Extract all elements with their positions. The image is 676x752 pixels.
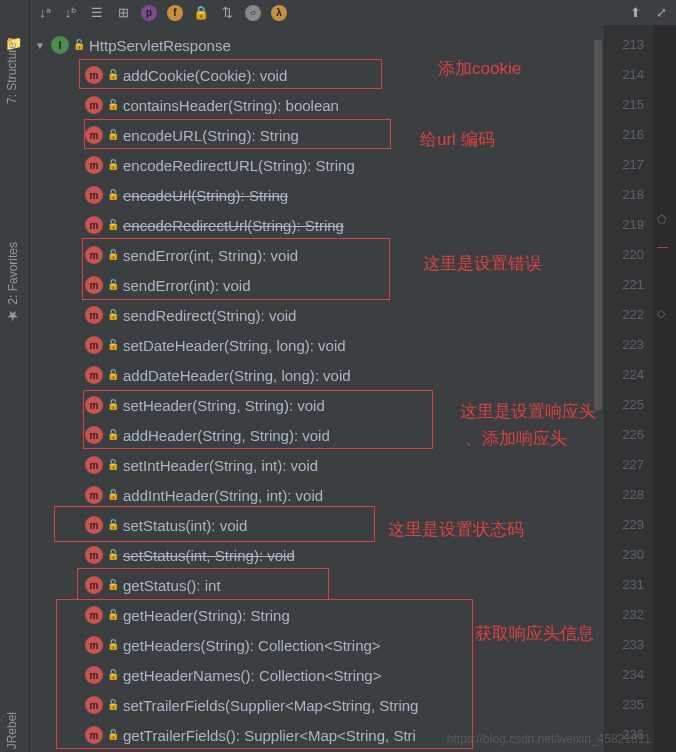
unlock-icon: 🔓 [107,489,119,501]
method-item[interactable]: m🔓setHeader(String, String): void [30,390,604,420]
unlock-icon: 🔓 [107,639,119,651]
unlock-icon: 🔓 [107,429,119,441]
unlock-icon: 🔓 [107,579,119,591]
unlock-icon: 🔓 [107,309,119,321]
unlock-icon: 🔓 [107,189,119,201]
method-item[interactable]: m🔓encodeURL(String): String [30,120,604,150]
bookmark-marker[interactable]: ⬠ [657,213,671,226]
method-item[interactable]: m🔓getStatus(): int [30,570,604,600]
method-icon: m [85,636,103,654]
method-signature: addHeader(String, String): void [123,427,330,444]
structure-toolbar: ↓ᵃ ↓ᵇ ☰ ⊞ p f 🔒 ⇅ ○ λ ⬆ ⤢ [30,0,676,25]
lambda-icon[interactable]: λ [269,3,289,23]
f-icon[interactable]: f [165,3,185,23]
lock-icon[interactable]: 🔒 [191,3,211,23]
tool-window-tabs: 📁 7: Structure ★ 2: Favorites JRebel [0,0,30,752]
filter-icon[interactable]: ☰ [87,3,107,23]
unlock-icon: 🔓 [107,549,119,561]
line-number: 219 [605,210,654,240]
method-signature: addDateHeader(String, long): void [123,367,351,384]
method-signature: addIntHeader(String, int): void [123,487,323,504]
method-item[interactable]: m🔓encodeRedirectURL(String): String [30,150,604,180]
unlock-icon: 🔓 [107,129,119,141]
method-item[interactable]: m🔓setStatus(int): void [30,510,604,540]
line-number: 218 [605,180,654,210]
sort3-icon[interactable]: ⇅ [217,3,237,23]
method-icon: m [85,426,103,444]
method-icon: m [85,696,103,714]
method-item[interactable]: m🔓sendError(int): void [30,270,604,300]
editor-marker-strip: ⬠ — ◇ [654,25,676,752]
lock-icon: 🔓 [73,39,85,51]
method-icon: m [85,126,103,144]
method-item[interactable]: m🔓setTrailerFields(Supplier<Map<String, … [30,690,604,720]
method-icon: m [85,666,103,684]
structure-panel: ▼ I 🔓 HttpServletResponse m🔓addCookie(Co… [30,25,604,752]
unlock-icon: 🔓 [107,729,119,741]
method-signature: encodeURL(String): String [123,127,299,144]
unlock-icon: 🔓 [107,279,119,291]
method-signature: encodeUrl(String): String [123,187,288,204]
method-item[interactable]: m🔓sendRedirect(String): void [30,300,604,330]
sort-icon[interactable]: ↓ᵃ [35,3,55,23]
line-number: 234 [605,660,654,690]
method-item[interactable]: m🔓sendError(int, String): void [30,240,604,270]
chevron-down-icon[interactable]: ▼ [35,40,47,51]
method-icon: m [85,306,103,324]
line-number: 222 [605,300,654,330]
method-item[interactable]: m🔓setDateHeader(String, long): void [30,330,604,360]
method-item[interactable]: m🔓addIntHeader(String, int): void [30,480,604,510]
method-item[interactable]: m🔓encodeRedirectUrl(String): String [30,210,604,240]
method-item[interactable]: m🔓getHeaders(String): Collection<String> [30,630,604,660]
method-signature: getHeader(String): String [123,607,290,624]
collapse-icon[interactable]: ⤢ [651,3,671,23]
method-signature: setStatus(int, String): void [123,547,295,564]
method-item[interactable]: m🔓setStatus(int, String): void [30,540,604,570]
method-item[interactable]: m🔓containsHeader(String): boolean [30,90,604,120]
method-signature: setStatus(int): void [123,517,247,534]
method-icon: m [85,726,103,744]
unlock-icon: 🔓 [107,99,119,111]
method-item[interactable]: m🔓addDateHeader(String, long): void [30,360,604,390]
method-signature: setIntHeader(String, int): void [123,457,318,474]
main-area: ▼ I 🔓 HttpServletResponse m🔓addCookie(Co… [30,25,676,752]
unlock-icon: 🔓 [107,249,119,261]
tab-favorites[interactable]: ★ 2: Favorites [0,230,26,336]
method-icon: m [85,216,103,234]
method-signature: containsHeader(String): boolean [123,97,339,114]
unlock-icon: 🔓 [107,459,119,471]
method-icon: m [85,516,103,534]
method-item[interactable]: m🔓addCookie(Cookie): void [30,60,604,90]
tab-jrebel[interactable]: JRebel [0,700,24,752]
unlock-icon: 🔓 [107,69,119,81]
method-item[interactable]: m🔓addHeader(String, String): void [30,420,604,450]
error-marker[interactable]: — [657,240,671,252]
line-number: 235 [605,690,654,720]
line-number: 215 [605,90,654,120]
sort2-icon[interactable]: ↓ᵇ [61,3,81,23]
line-number: 213 [605,30,654,60]
pin-icon[interactable]: ⬆ [625,3,645,23]
scrollbar-thumb[interactable] [594,40,602,410]
method-signature: setTrailerFields(Supplier<Map<String, St… [123,697,418,714]
method-icon: m [85,336,103,354]
method-signature: sendRedirect(String): void [123,307,296,324]
method-icon: m [85,396,103,414]
expand-icon[interactable]: ⊞ [113,3,133,23]
tree-root-item[interactable]: ▼ I 🔓 HttpServletResponse [30,30,604,60]
tab-structure[interactable]: 7: Structure [0,30,24,116]
method-item[interactable]: m🔓encodeUrl(String): String [30,180,604,210]
line-number: 223 [605,330,654,360]
fold-marker[interactable]: ◇ [657,307,671,320]
method-signature: sendError(int, String): void [123,247,298,264]
line-number: 233 [605,630,654,660]
method-item[interactable]: m🔓setIntHeader(String, int): void [30,450,604,480]
line-number-gutter: 2132142152162172182192202212222232242252… [604,25,654,752]
watermark: https://blog.csdn.net/weixin_45821811 [447,732,651,746]
method-signature: getHeaders(String): Collection<String> [123,637,381,654]
p-icon[interactable]: p [139,3,159,23]
method-signature: setHeader(String, String): void [123,397,325,414]
circle-icon[interactable]: ○ [243,3,263,23]
method-item[interactable]: m🔓getHeader(String): String [30,600,604,630]
method-item[interactable]: m🔓getHeaderNames(): Collection<String> [30,660,604,690]
